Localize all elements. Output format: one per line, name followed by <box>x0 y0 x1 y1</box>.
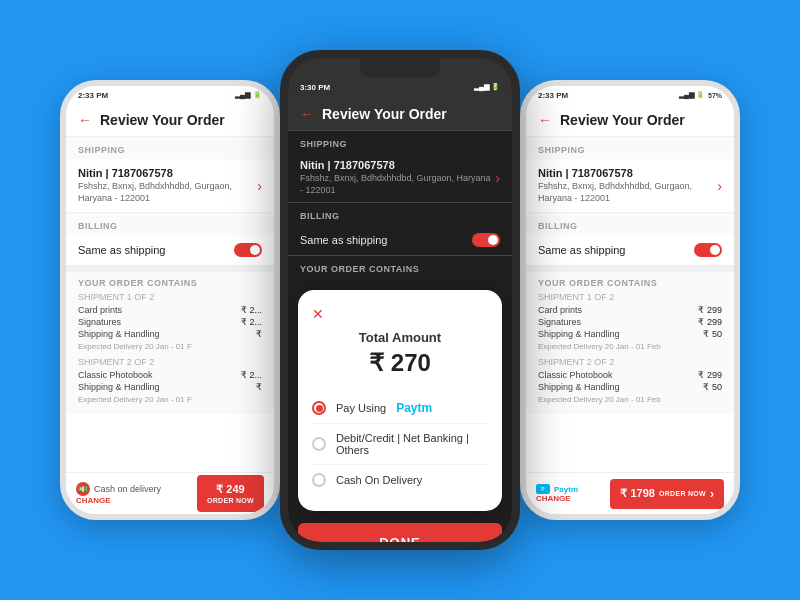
cod-label: Cash On Delivery <box>336 474 422 486</box>
right-shipping-label: SHIPPING <box>526 137 734 159</box>
right-item-cardprints-price: ₹ 299 <box>698 305 722 315</box>
right-item-shipping1: Shipping & Handling ₹ 50 <box>538 329 722 339</box>
right-status-icons: ▂▄▆ 🔋 57% <box>679 91 722 99</box>
right-item-shipping2: Shipping & Handling ₹ 50 <box>538 382 722 392</box>
left-item-shipping2-price: ₹ <box>256 382 262 392</box>
cod-radio[interactable] <box>312 473 326 487</box>
right-billing-toggle[interactable] <box>694 243 722 257</box>
debitcredit-option[interactable]: Debit/Credit | Net Banking | Others <box>312 424 488 465</box>
debitcredit-radio[interactable] <box>312 437 326 451</box>
left-phone-screen: 2:33 PM ▂▄▆ 🔋 ← Review Your Order SHIPPI… <box>66 86 274 514</box>
center-billing-toggle[interactable] <box>472 233 500 247</box>
left-item-shipping1-price: ₹ <box>256 329 262 339</box>
left-item-shipping1: Shipping & Handling ₹ <box>78 329 262 339</box>
right-shipment1-label: SHIPMENT 1 OF 2 <box>538 292 722 302</box>
right-bottom-left: P Paytm CHANGE <box>536 484 602 503</box>
left-order-now-label: ORDER NOW <box>207 497 254 504</box>
right-order-section: YOUR ORDER CONTAINS SHIPMENT 1 OF 2 Card… <box>526 272 734 414</box>
left-item-photobook-name: Classic Photobook <box>78 370 153 380</box>
left-bottom-bar: 💵 Cash on delivery CHANGE ₹ 249 ORDER NO… <box>66 472 274 514</box>
center-phone-screen: 3:30 PM ▂▄▆ 🔋 ← Review Your Order SHIPPI… <box>288 58 512 542</box>
right-item-shipping1-price: ₹ 50 <box>703 329 722 339</box>
payment-modal-card: ✕ Total Amount ₹ 270 Pay Using Paytm <box>298 290 502 511</box>
center-shipping-block[interactable]: Nitin | 7187067578 Fshshz, Bxnxj, Bdhdxh… <box>288 153 512 203</box>
right-phone: 2:33 PM ▂▄▆ 🔋 57% ← Review Your Order SH… <box>520 80 740 520</box>
left-item-cardprints-name: Card prints <box>78 305 122 315</box>
right-item-photobook-name: Classic Photobook <box>538 370 613 380</box>
left-billing-block: Same as shipping <box>66 235 274 266</box>
left-change-link[interactable]: CHANGE <box>76 496 189 505</box>
right-order-now-label: ORDER NOW <box>659 490 706 497</box>
center-header: ← Review Your Order <box>288 98 512 131</box>
left-billing-text: Same as shipping <box>78 244 165 256</box>
right-item-signatures-name: Signatures <box>538 317 581 327</box>
right-item-shipping2-name: Shipping & Handling <box>538 382 620 392</box>
right-billing-text: Same as shipping <box>538 244 625 256</box>
paytm-logo: Paytm <box>396 401 432 415</box>
center-back-arrow[interactable]: ← <box>300 106 314 122</box>
center-header-title: Review Your Order <box>322 106 447 122</box>
close-button[interactable]: ✕ <box>312 306 488 322</box>
left-order-label: YOUR ORDER CONTAINS <box>78 278 262 288</box>
left-item-shipping2: Shipping & Handling ₹ <box>78 382 262 392</box>
center-notch <box>360 58 440 78</box>
pay-using-label: Pay Using <box>336 402 386 414</box>
left-item-signatures-price: ₹ 2... <box>241 317 262 327</box>
left-bottom-left: 💵 Cash on delivery CHANGE <box>76 482 189 505</box>
cod-option[interactable]: Cash On Delivery <box>312 465 488 495</box>
left-status-bar: 2:33 PM ▂▄▆ 🔋 <box>66 86 274 104</box>
paytm-radio[interactable] <box>312 401 326 415</box>
left-item-shipping2-name: Shipping & Handling <box>78 382 160 392</box>
right-shipping-name: Nitin | 7187067578 <box>538 167 717 179</box>
total-amount-value: ₹ 270 <box>312 349 488 377</box>
left-billing-label: BILLING <box>66 213 274 235</box>
right-header: ← Review Your Order <box>526 104 734 137</box>
right-item-signatures-price: ₹ 299 <box>698 317 722 327</box>
center-billing-text: Same as shipping <box>300 234 387 246</box>
left-header: ← Review Your Order <box>66 104 274 137</box>
right-order-price: ₹ 1798 <box>620 487 655 500</box>
center-shipping-addr: Fshshz, Bxnxj, Bdhdxhhdbd, Gurgaon, Hary… <box>300 173 495 196</box>
left-shipping-name: Nitin | 7187067578 <box>78 167 257 179</box>
paytm-option[interactable]: Pay Using Paytm <box>312 393 488 424</box>
total-amount-label: Total Amount <box>312 330 488 345</box>
center-shipping-name: Nitin | 7187067578 <box>300 159 495 171</box>
left-item-photobook: Classic Photobook ₹ 2... <box>78 370 262 380</box>
center-billing-label: BILLING <box>288 203 512 225</box>
left-shipping-addr: Fshshz, Bxnxj, Bdhdxhhdbd, Gurgaon, Hary… <box>78 181 257 204</box>
left-payment-method: 💵 Cash on delivery <box>76 482 189 496</box>
right-item-photobook: Classic Photobook ₹ 299 <box>538 370 722 380</box>
left-back-arrow[interactable]: ← <box>78 112 92 128</box>
left-content: SHIPPING Nitin | 7187067578 Fshshz, Bxnx… <box>66 137 274 509</box>
right-method-icon: P <box>536 484 550 494</box>
right-bottom-bar: P Paytm CHANGE ₹ 1798 ORDER NOW › <box>526 472 734 514</box>
left-order-now-btn[interactable]: ₹ 249 ORDER NOW <box>197 475 264 512</box>
done-button[interactable]: DONE <box>298 523 502 542</box>
right-order-now-chevron: › <box>710 487 714 501</box>
left-item-signatures-name: Signatures <box>78 317 121 327</box>
debitcredit-label: Debit/Credit | Net Banking | Others <box>336 432 488 456</box>
left-item-cardprints-price: ₹ 2... <box>241 305 262 315</box>
right-item-cardprints: Card prints ₹ 299 <box>538 305 722 315</box>
paytm-radio-inner <box>316 405 323 412</box>
right-delivery2: Expected Delivery 20 Jan - 01 Feb <box>538 395 722 404</box>
center-status-icons: ▂▄▆ 🔋 <box>474 83 500 91</box>
right-item-cardprints-name: Card prints <box>538 305 582 315</box>
right-time: 2:33 PM <box>538 91 568 100</box>
right-order-now-btn[interactable]: ₹ 1798 ORDER NOW › <box>610 479 724 509</box>
left-shipping-chevron: › <box>257 178 262 194</box>
left-billing-toggle[interactable] <box>234 243 262 257</box>
right-back-arrow[interactable]: ← <box>538 112 552 128</box>
center-order-label: YOUR ORDER CONTAINS <box>288 256 512 278</box>
left-method-icon: 💵 <box>76 482 90 496</box>
right-shipping-block[interactable]: Nitin | 7187067578 Fshshz, Bxnxj, Bdhdxh… <box>526 159 734 213</box>
center-shipping-label: SHIPPING <box>288 131 512 153</box>
right-status-bar: 2:33 PM ▂▄▆ 🔋 57% <box>526 86 734 104</box>
left-delivery2: Expected Delivery 20 Jan - 01 F <box>78 395 262 404</box>
left-shipping-block[interactable]: Nitin | 7187067578 Fshshz, Bxnxj, Bdhdxh… <box>66 159 274 213</box>
left-shipment2-label: SHIPMENT 2 OF 2 <box>78 357 262 367</box>
right-change-link[interactable]: CHANGE <box>536 494 602 503</box>
right-content: SHIPPING Nitin | 7187067578 Fshshz, Bxnx… <box>526 137 734 509</box>
left-phone: 2:33 PM ▂▄▆ 🔋 ← Review Your Order SHIPPI… <box>60 80 280 520</box>
center-shipping-chevron: › <box>495 170 500 186</box>
